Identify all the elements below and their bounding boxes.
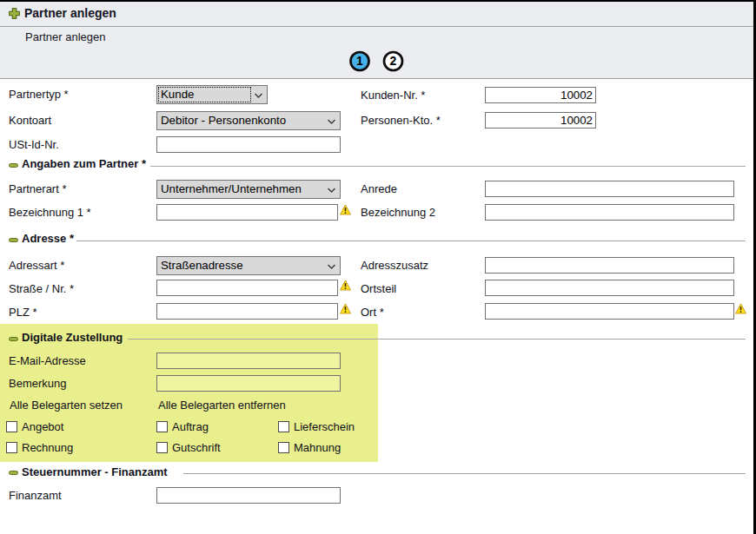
svg-text:1: 1	[356, 54, 363, 68]
svg-text:2: 2	[390, 54, 397, 68]
